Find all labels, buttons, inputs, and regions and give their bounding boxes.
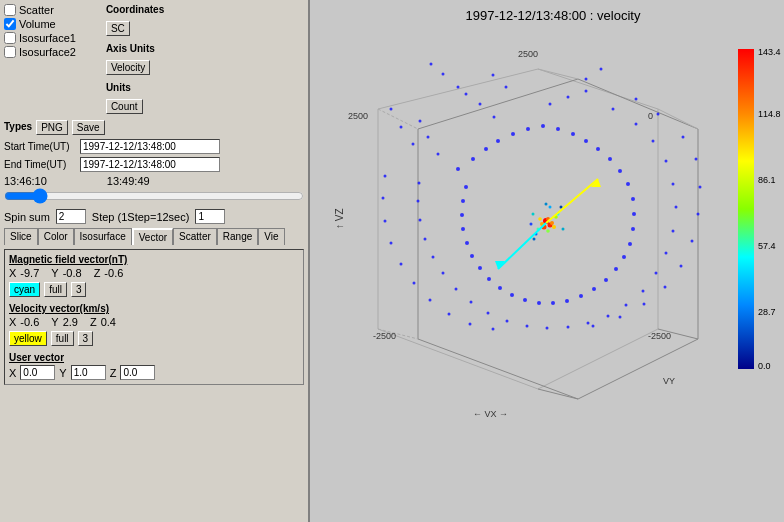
- volume-label: Volume: [19, 18, 56, 30]
- volume-row: Volume: [4, 18, 76, 30]
- user-x-input[interactable]: [20, 365, 55, 380]
- svg-point-54: [498, 286, 502, 290]
- svg-point-71: [585, 90, 588, 93]
- svg-point-30: [511, 132, 515, 136]
- svg-point-53: [510, 293, 514, 297]
- svg-point-117: [643, 303, 646, 306]
- svg-point-94: [424, 238, 427, 241]
- svg-point-122: [448, 313, 451, 316]
- tab-vector[interactable]: Vector: [132, 228, 173, 245]
- svg-point-65: [419, 120, 422, 123]
- save-button[interactable]: Save: [72, 120, 105, 135]
- svg-point-81: [642, 290, 645, 293]
- tab-view[interactable]: Vie: [258, 228, 284, 245]
- svg-point-47: [592, 287, 596, 291]
- svg-point-37: [608, 157, 612, 161]
- svg-line-16: [658, 109, 698, 129]
- svg-text:VY: VY: [663, 376, 675, 386]
- svg-point-101: [457, 86, 460, 89]
- step-input[interactable]: [195, 209, 225, 224]
- svg-rect-154: [738, 49, 754, 369]
- svg-point-88: [506, 320, 509, 323]
- mag-z-value: -0.6: [104, 267, 123, 279]
- svg-point-51: [537, 301, 541, 305]
- svg-point-96: [417, 200, 420, 203]
- svg-point-114: [691, 240, 694, 243]
- tab-scatter[interactable]: Scatter: [173, 228, 217, 245]
- svg-point-102: [442, 73, 445, 76]
- svg-point-104: [505, 86, 508, 89]
- user-y-input[interactable]: [71, 365, 106, 380]
- mag-color-button[interactable]: cyan: [9, 282, 40, 297]
- svg-point-45: [614, 267, 618, 271]
- mag-num-button[interactable]: 3: [71, 282, 87, 297]
- start-time-input[interactable]: [80, 139, 220, 154]
- mag-x-value: -9.7: [20, 267, 39, 279]
- colorbar-min: 0.0: [758, 361, 771, 371]
- sc-button[interactable]: SC: [106, 21, 130, 36]
- svg-line-152: [498, 223, 546, 269]
- svg-point-70: [567, 96, 570, 99]
- colorbar-max: 143.4: [758, 49, 781, 57]
- svg-text:← VX →: ← VX →: [473, 409, 508, 419]
- svg-point-75: [665, 160, 668, 163]
- vel-num-button[interactable]: 3: [78, 331, 94, 346]
- velocity-button[interactable]: Velocity: [106, 60, 150, 75]
- vel-color-button[interactable]: yellow: [9, 331, 47, 346]
- scatter-row: Scatter: [4, 4, 76, 16]
- isosurface1-checkbox[interactable]: [4, 32, 16, 44]
- tab-range[interactable]: Range: [217, 228, 258, 245]
- svg-point-58: [465, 241, 469, 245]
- chart-title: 1997-12-12/13:48:00 : velocity: [466, 8, 641, 23]
- isosurface1-label: Isosurface1: [19, 32, 76, 44]
- svg-point-38: [618, 169, 622, 173]
- svg-point-26: [456, 167, 460, 171]
- tab-color[interactable]: Color: [38, 228, 74, 245]
- svg-line-15: [538, 389, 578, 399]
- svg-point-113: [697, 213, 700, 216]
- mag-style-button[interactable]: full: [44, 282, 67, 297]
- spin-sum-input[interactable]: [56, 209, 86, 224]
- svg-point-73: [635, 123, 638, 126]
- scatter-checkbox[interactable]: [4, 4, 16, 16]
- svg-text:0: 0: [648, 111, 653, 121]
- isosurface2-checkbox[interactable]: [4, 46, 16, 58]
- svg-point-32: [541, 124, 545, 128]
- mag-z-label: Z: [94, 267, 101, 279]
- svg-point-29: [496, 139, 500, 143]
- svg-point-72: [612, 108, 615, 111]
- vel-y-label: Y: [51, 316, 58, 328]
- user-z-input[interactable]: [120, 365, 155, 380]
- svg-point-144: [532, 213, 535, 216]
- colorbar-v1: 114.8: [758, 109, 781, 119]
- svg-point-78: [672, 230, 675, 233]
- svg-point-111: [695, 158, 698, 161]
- svg-point-95: [419, 219, 422, 222]
- svg-point-63: [437, 153, 440, 156]
- svg-point-109: [657, 113, 660, 116]
- svg-point-46: [604, 278, 608, 282]
- svg-point-110: [682, 136, 685, 139]
- step-label: Step (1Step=12sec): [92, 211, 190, 223]
- count-button[interactable]: Count: [106, 99, 143, 114]
- volume-checkbox[interactable]: [4, 18, 16, 30]
- svg-point-43: [628, 242, 632, 246]
- svg-point-33: [556, 127, 560, 131]
- svg-point-93: [432, 256, 435, 259]
- svg-point-40: [631, 197, 635, 201]
- svg-point-42: [631, 227, 635, 231]
- tab-isosurface[interactable]: Isosurface: [74, 228, 132, 245]
- types-label: Types: [4, 121, 32, 132]
- svg-point-74: [652, 140, 655, 143]
- coordinates-label: Coordinates: [106, 4, 164, 15]
- vel-style-button[interactable]: full: [51, 331, 74, 346]
- end-time-input[interactable]: [80, 157, 220, 172]
- tab-slice[interactable]: Slice: [4, 228, 38, 245]
- svg-point-120: [492, 328, 495, 331]
- png-button[interactable]: PNG: [36, 120, 68, 135]
- svg-point-97: [418, 182, 421, 185]
- svg-point-107: [600, 68, 603, 71]
- svg-point-126: [390, 242, 393, 245]
- colorbar-v3: 57.4: [758, 241, 776, 251]
- time-slider[interactable]: [4, 189, 304, 203]
